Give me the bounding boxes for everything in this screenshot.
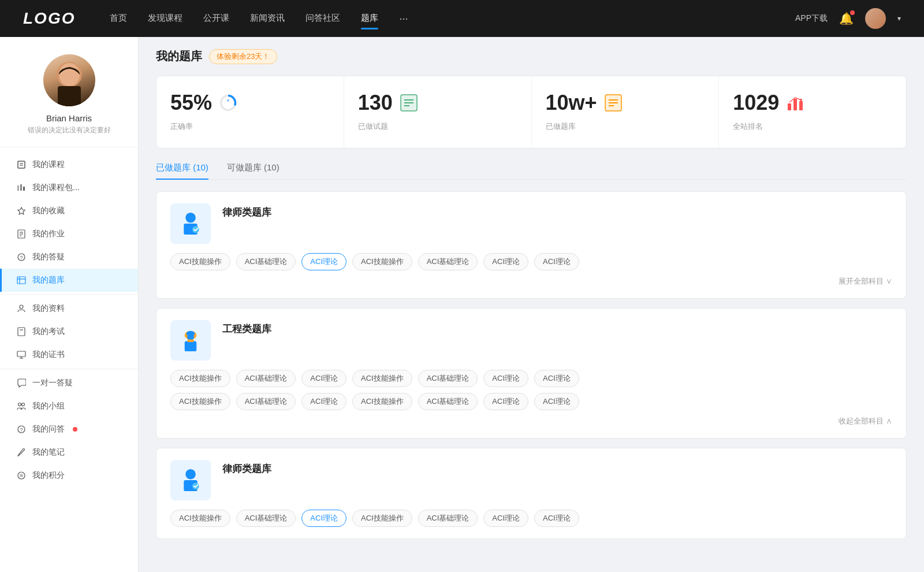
questions-icon: ? bbox=[16, 252, 27, 262]
tag-item[interactable]: ACI技能操作 bbox=[352, 253, 412, 270]
tag-item[interactable]: ACI理论 bbox=[483, 393, 528, 410]
svg-point-56 bbox=[185, 469, 196, 480]
tab-available-banks[interactable]: 可做题库 (10) bbox=[227, 162, 280, 179]
notification-bell[interactable]: 🔔 bbox=[839, 12, 854, 25]
nav-home[interactable]: 首页 bbox=[110, 10, 127, 27]
sidebar-item-notes[interactable]: 我的笔记 bbox=[0, 441, 138, 464]
tag-item[interactable]: ACI基础理论 bbox=[418, 393, 478, 410]
nav-opencourse[interactable]: 公开课 bbox=[203, 10, 229, 27]
stats-row: 55% 正确率 130 bbox=[156, 76, 907, 148]
sidebar-item-questions[interactable]: ? 我的答疑 bbox=[0, 246, 138, 269]
svg-text:?: ? bbox=[20, 427, 23, 433]
my-qa-icon: ? bbox=[16, 424, 27, 434]
groups-icon bbox=[16, 401, 27, 411]
accuracy-chart-icon bbox=[218, 92, 239, 113]
tag-item[interactable]: ACI理论 bbox=[483, 510, 528, 527]
tag-item[interactable]: ACI基础理论 bbox=[236, 510, 296, 527]
avatar-image bbox=[865, 8, 886, 29]
tag-item[interactable]: ACI理论 bbox=[534, 253, 579, 270]
tag-item[interactable]: ACI技能操作 bbox=[170, 253, 230, 270]
tabs-bar: 已做题库 (10) 可做题库 (10) bbox=[156, 162, 907, 180]
tag-item[interactable]: ACI理论 bbox=[483, 370, 528, 387]
sidebar-item-tutoring[interactable]: 一对一答疑 bbox=[0, 372, 138, 395]
svg-marker-9 bbox=[18, 207, 25, 214]
sidebar-item-exams[interactable]: 我的考试 bbox=[0, 320, 138, 343]
sidebar-item-favorites[interactable]: 我的收藏 bbox=[0, 199, 138, 222]
svg-point-58 bbox=[192, 482, 199, 489]
stat-done-banks-value: 10w+ bbox=[546, 92, 597, 113]
sidebar-item-groups-label: 我的小组 bbox=[32, 401, 65, 411]
stat-accuracy: 55% 正确率 bbox=[157, 76, 344, 148]
svg-rect-2 bbox=[58, 86, 81, 106]
nav-more[interactable]: ··· bbox=[399, 10, 408, 27]
sidebar-item-question-bank[interactable]: 我的题库 bbox=[0, 269, 138, 292]
avatar[interactable] bbox=[865, 8, 886, 29]
tag-item-active[interactable]: ACI理论 bbox=[301, 510, 346, 527]
tag-item[interactable]: ACI基础理论 bbox=[418, 510, 478, 527]
sidebar-item-points[interactable]: 我的积分 bbox=[0, 464, 138, 487]
sidebar-item-tutoring-label: 一对一答疑 bbox=[32, 378, 73, 388]
tag-item[interactable]: ACI理论 bbox=[534, 370, 579, 387]
tag-item[interactable]: ACI基础理论 bbox=[236, 370, 296, 387]
sidebar-item-profile-label: 我的资料 bbox=[32, 303, 65, 314]
stat-done-banks: 10w+ 已做题库 bbox=[532, 76, 720, 148]
sidebar-item-course-packages[interactable]: 我的课程包... bbox=[0, 176, 138, 199]
certificates-icon bbox=[16, 350, 27, 360]
done-questions-icon bbox=[398, 92, 419, 113]
qbank-card-2-header: 工程类题库 bbox=[170, 320, 892, 361]
qbank-2-collapse-link[interactable]: 收起全部科目 ∧ bbox=[170, 416, 892, 426]
tag-item[interactable]: ACI理论 bbox=[534, 393, 579, 410]
qbank-card-1-header: 律师类题库 bbox=[170, 203, 892, 244]
qbank-card-1: 律师类题库 ACI技能操作 ACI基础理论 ACI理论 ACI技能操作 ACI基… bbox=[156, 191, 907, 299]
stat-accuracy-label: 正确率 bbox=[170, 121, 193, 132]
tag-item[interactable]: ACI基础理论 bbox=[236, 393, 296, 410]
tag-item[interactable]: ACI理论 bbox=[483, 253, 528, 270]
svg-rect-3 bbox=[18, 161, 25, 168]
stat-done-questions-label: 已做试题 bbox=[358, 121, 388, 132]
tag-item[interactable]: ACI理论 bbox=[301, 393, 346, 410]
question-bank-icon bbox=[16, 275, 27, 285]
svg-rect-22 bbox=[17, 351, 25, 356]
svg-point-30 bbox=[20, 474, 23, 477]
tag-item[interactable]: ACI理论 bbox=[301, 370, 346, 387]
sidebar-item-course-packages-label: 我的课程包... bbox=[32, 183, 80, 193]
nav-discover[interactable]: 发现课程 bbox=[148, 10, 182, 27]
sidebar-item-points-label: 我的积分 bbox=[32, 470, 65, 481]
tag-item[interactable]: ACI技能操作 bbox=[170, 370, 230, 387]
tag-item[interactable]: ACI理论 bbox=[534, 510, 579, 527]
page-header: 我的题库 体验剩余23天！ bbox=[156, 49, 907, 64]
app-download-button[interactable]: APP下载 bbox=[795, 13, 828, 24]
tag-item[interactable]: ACI基础理论 bbox=[418, 370, 478, 387]
user-dropdown-arrow[interactable]: ▾ bbox=[897, 14, 901, 23]
tag-item[interactable]: ACI技能操作 bbox=[170, 510, 230, 527]
sidebar-item-notes-label: 我的笔记 bbox=[32, 447, 65, 458]
sidebar-item-my-qa[interactable]: ? 我的问答 bbox=[0, 418, 138, 441]
nav-news[interactable]: 新闻资讯 bbox=[250, 10, 285, 27]
tag-item[interactable]: ACI技能操作 bbox=[352, 370, 412, 387]
sidebar-item-homework[interactable]: 我的作业 bbox=[0, 222, 138, 246]
stat-done-questions: 130 已做试题 bbox=[344, 76, 532, 148]
svg-rect-6 bbox=[17, 185, 19, 191]
qbank-card-3: 律师类题库 ACI技能操作 ACI基础理论 ACI理论 ACI技能操作 ACI基… bbox=[156, 448, 907, 539]
tab-done-banks[interactable]: 已做题库 (10) bbox=[156, 162, 208, 179]
tag-item[interactable]: ACI技能操作 bbox=[352, 393, 412, 410]
sidebar-item-courses[interactable]: 我的课程 bbox=[0, 153, 138, 176]
nav-qa[interactable]: 问答社区 bbox=[305, 10, 340, 27]
svg-point-48 bbox=[185, 213, 196, 223]
tag-item[interactable]: ACI技能操作 bbox=[352, 510, 412, 527]
user-name: Brian Harris bbox=[46, 113, 92, 123]
tag-item-active[interactable]: ACI理论 bbox=[301, 253, 346, 270]
favorites-icon bbox=[16, 206, 27, 216]
profile-icon bbox=[16, 303, 27, 314]
sidebar-item-certificates[interactable]: 我的证书 bbox=[0, 343, 138, 366]
tag-item[interactable]: ACI技能操作 bbox=[170, 393, 230, 410]
user-motto: 错误的决定比没有决定要好 bbox=[28, 125, 111, 135]
sidebar-item-groups[interactable]: 我的小组 bbox=[0, 395, 138, 418]
tag-item[interactable]: ACI基础理论 bbox=[236, 253, 296, 270]
nav-bank[interactable]: 题库 bbox=[361, 10, 378, 27]
tag-item[interactable]: ACI基础理论 bbox=[418, 253, 478, 270]
qbank-2-tags-row1: ACI技能操作 ACI基础理论 ACI理论 ACI技能操作 ACI基础理论 AC… bbox=[170, 370, 892, 387]
qbank-1-expand-link[interactable]: 展开全部科目 ∨ bbox=[170, 276, 892, 287]
sidebar-item-profile[interactable]: 我的资料 bbox=[0, 297, 138, 320]
sidebar-item-courses-label: 我的课程 bbox=[32, 159, 65, 170]
